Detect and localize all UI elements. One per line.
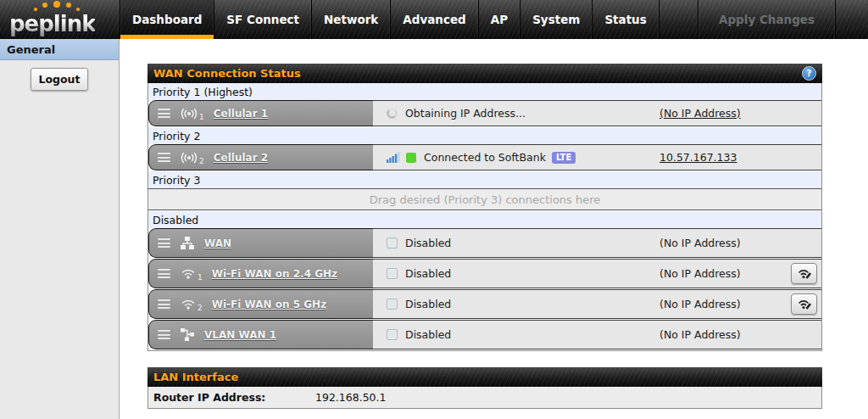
lan-panel-header: LAN Interface [147, 367, 822, 387]
tab-ap[interactable]: AP [479, 0, 520, 39]
ip-address-text: (No IP Address) [659, 328, 741, 341]
wifi-settings-button[interactable] [791, 293, 817, 315]
disabled-checkbox[interactable] [387, 329, 398, 340]
connection-status-cells: Obtaining IP Address... (No IP Address) [373, 100, 821, 126]
connection-index: 2 [198, 304, 203, 312]
tab-label: Network [324, 13, 378, 26]
connection-link-vlan[interactable]: VLAN WAN 1 [204, 329, 276, 341]
connection-status-text: Disabled [405, 298, 451, 310]
main-nav-tabs: Dashboard SF Connect Network Advanced AP… [120, 0, 659, 39]
ip-address-text: (No IP Address) [659, 298, 741, 310]
connection-status-cells: Disabled (No IP Address) [373, 259, 821, 288]
priority-1-label: Priority 1 (Highest) [148, 83, 821, 100]
wan-row-wifi-5: 2 Wi-Fi WAN on 5 GHz Disabled (No IP Add… [148, 289, 821, 319]
priority-2-label: Priority 2 [148, 127, 821, 144]
tab-label: SF Connect [226, 13, 299, 26]
signal-strength-icon [387, 152, 400, 163]
wan-row-cellular-2: 2 Cellular 2 Connected to SoftBank LTE 1… [148, 144, 821, 170]
sidebar-section-general: General [0, 39, 119, 60]
connection-status-cells: Disabled (No IP Address) [373, 289, 821, 319]
wan-panel-body: Priority 1 (Highest) 1 Cellular 1 [147, 83, 822, 351]
tab-label: Dashboard [132, 13, 202, 26]
drag-handle-icon[interactable] [158, 328, 170, 342]
lan-panel-title: LAN Interface [153, 371, 238, 383]
connection-status-text: Disabled [405, 237, 451, 249]
drag-handle-icon[interactable] [158, 298, 170, 311]
loading-spinner-icon [387, 108, 398, 119]
drag-handle-icon[interactable] [158, 151, 170, 165]
help-icon[interactable]: ? [802, 66, 816, 81]
tab-sf-connect[interactable]: SF Connect [214, 0, 312, 39]
connection-link-cellular-1[interactable]: Cellular 1 [214, 108, 268, 120]
connection-status-text: Connected to SoftBank [424, 151, 546, 164]
disabled-checkbox[interactable] [387, 299, 398, 310]
wifi-settings-button[interactable] [791, 263, 817, 284]
tab-label: Advanced [403, 13, 465, 26]
drag-handle-icon[interactable] [158, 107, 170, 120]
wan-connection-status-panel: WAN Connection Status ? Priority 1 (High… [147, 64, 822, 351]
wan-row-cellular-1: 1 Cellular 1 Obtaining IP Address... (No… [148, 100, 821, 126]
lte-badge: LTE [552, 152, 576, 164]
connection-index: 1 [198, 273, 203, 282]
peplink-logo[interactable]: peplink [0, 0, 120, 39]
priority-3-drop-zone[interactable]: Drag desired (Priority 3) connections he… [148, 188, 821, 210]
connection-name-cell: VLAN WAN 1 [148, 320, 373, 349]
priority-3-label: Priority 3 [148, 171, 821, 188]
disabled-checkbox[interactable] [387, 268, 398, 279]
vlan-icon [181, 328, 194, 341]
lan-panel-body: Router IP Address: 192.168.50.1 [147, 387, 822, 409]
wan-row-wan: WAN Disabled (No IP Address) [148, 228, 821, 258]
apply-changes-button[interactable]: Apply Changes [698, 0, 836, 39]
cellular-icon [181, 108, 198, 120]
top-navbar: peplink Dashboard SF Connect Network Adv… [0, 0, 868, 39]
tab-advanced[interactable]: Advanced [391, 0, 478, 39]
connection-status-text: Disabled [405, 328, 451, 341]
disabled-label: Disabled [148, 211, 821, 228]
drag-handle-icon[interactable] [158, 237, 170, 250]
main-content: WAN Connection Status ? Priority 1 (High… [120, 39, 868, 419]
tab-status[interactable]: Status [593, 0, 659, 39]
ethernet-icon [181, 237, 194, 249]
logo-text: peplink [9, 11, 95, 36]
ip-address-link[interactable]: 10.57.167.133 [659, 151, 737, 164]
tab-label: System [532, 13, 580, 26]
connection-status-cells: Disabled (No IP Address) [373, 228, 821, 258]
logout-button[interactable]: Logout [31, 68, 88, 91]
tab-system[interactable]: System [520, 0, 593, 39]
connection-name-cell: 1 Wi-Fi WAN on 2.4 GHz [148, 259, 373, 288]
wifi-icon [181, 299, 196, 310]
connection-status-text: Disabled [405, 267, 451, 280]
tab-dashboard[interactable]: Dashboard [120, 0, 214, 39]
wifi-pencil-icon [796, 298, 813, 310]
wan-panel-title: WAN Connection Status [153, 67, 301, 80]
connection-name-cell: WAN [148, 228, 373, 258]
ip-address-text: (No IP Address) [659, 267, 741, 280]
tab-network[interactable]: Network [312, 0, 391, 39]
wifi-pencil-icon [796, 267, 813, 280]
connection-status-text: Obtaining IP Address... [405, 107, 526, 120]
wan-row-vlan: VLAN WAN 1 Disabled (No IP Address) [148, 320, 821, 349]
connection-name-cell: 1 Cellular 1 [148, 100, 373, 126]
connection-status-cells: Disabled (No IP Address) [373, 320, 821, 349]
wan-panel-header: WAN Connection Status ? [147, 64, 822, 83]
ip-address-link[interactable]: (No IP Address) [659, 107, 741, 120]
router-ip-value: 192.168.50.1 [315, 391, 387, 404]
connection-link-wifi-24[interactable]: Wi-Fi WAN on 2.4 GHz [212, 268, 337, 280]
wifi-icon [181, 268, 196, 279]
cellular-icon [181, 152, 198, 164]
connection-name-cell: 2 Cellular 2 [148, 144, 373, 170]
connection-index: 1 [199, 113, 204, 121]
connection-link-wifi-5[interactable]: Wi-Fi WAN on 5 GHz [212, 299, 326, 310]
sidebar: General Logout [0, 39, 120, 419]
router-ip-label: Router IP Address: [148, 391, 315, 404]
lan-interface-panel: LAN Interface Router IP Address: 192.168… [147, 367, 822, 409]
drag-handle-icon[interactable] [158, 267, 170, 281]
connection-link-wan[interactable]: WAN [204, 237, 231, 249]
connection-name-cell: 2 Wi-Fi WAN on 5 GHz [148, 289, 373, 319]
ip-address-text: (No IP Address) [659, 237, 741, 249]
tab-label: AP [491, 13, 508, 26]
disabled-checkbox[interactable] [387, 237, 398, 249]
connection-index: 2 [199, 157, 204, 165]
connection-link-cellular-2[interactable]: Cellular 2 [214, 152, 268, 164]
tab-label: Status [604, 13, 646, 26]
